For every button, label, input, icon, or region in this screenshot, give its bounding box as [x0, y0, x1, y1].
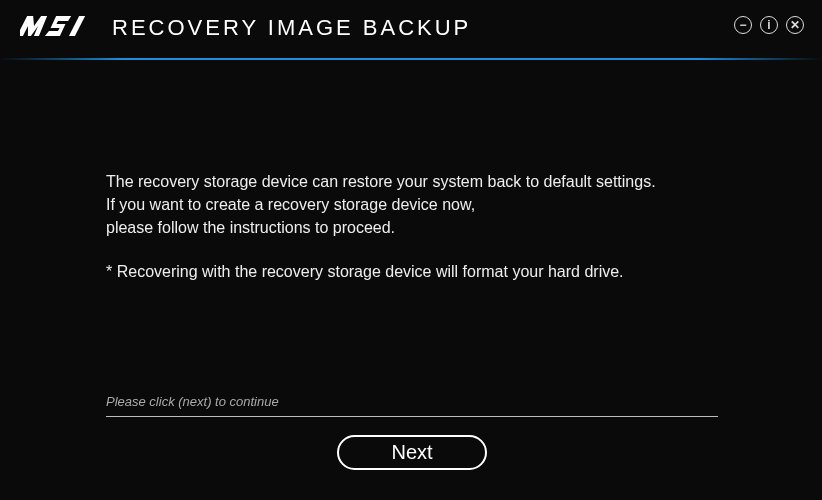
app-title: RECOVERY IMAGE BACKUP: [112, 15, 471, 41]
next-row: Next: [106, 435, 718, 470]
window-controls: − i ✕: [734, 16, 804, 34]
title-bar: RECOVERY IMAGE BACKUP − i ✕: [0, 0, 822, 58]
info-button[interactable]: i: [760, 16, 778, 34]
minimize-icon: −: [739, 19, 746, 31]
main-content: The recovery storage device can restore …: [0, 60, 822, 283]
warning-note: * Recovering with the recovery storage d…: [106, 260, 716, 283]
hint-row: Please click (next) to continue: [106, 392, 718, 417]
minimize-button[interactable]: −: [734, 16, 752, 34]
instruction-text: The recovery storage device can restore …: [106, 170, 716, 240]
next-button[interactable]: Next: [337, 435, 487, 470]
close-icon: ✕: [790, 19, 800, 31]
close-button[interactable]: ✕: [786, 16, 804, 34]
footer: Please click (next) to continue Next: [106, 392, 718, 470]
msi-logo: [20, 12, 94, 44]
continue-hint: Please click (next) to continue: [106, 394, 279, 409]
info-icon: i: [767, 19, 770, 31]
